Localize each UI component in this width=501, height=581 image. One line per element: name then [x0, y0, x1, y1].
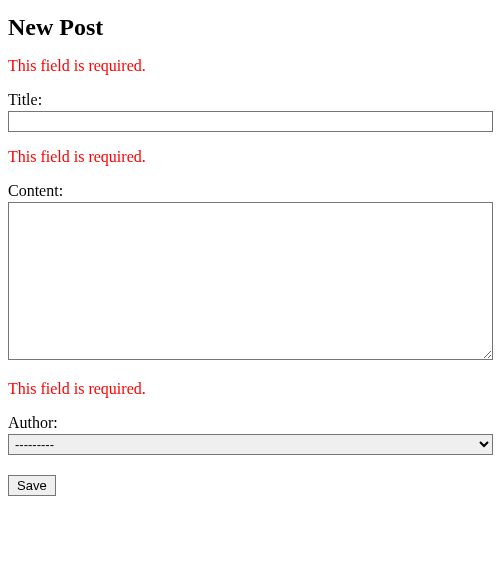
error-message: This field is required.: [8, 380, 493, 398]
error-list-content: This field is required.: [8, 148, 493, 166]
error-list-title: This field is required.: [8, 57, 493, 75]
page-title: New Post: [8, 14, 493, 41]
error-list-author: This field is required.: [8, 380, 493, 398]
error-message: This field is required.: [8, 57, 493, 75]
content-textarea[interactable]: [8, 202, 493, 360]
author-select[interactable]: ---------: [8, 434, 493, 455]
error-message: This field is required.: [8, 148, 493, 166]
content-label: Content:: [8, 182, 493, 200]
save-button[interactable]: Save: [8, 475, 56, 496]
author-label: Author:: [8, 414, 493, 432]
title-input[interactable]: [8, 111, 493, 132]
title-label: Title:: [8, 91, 493, 109]
